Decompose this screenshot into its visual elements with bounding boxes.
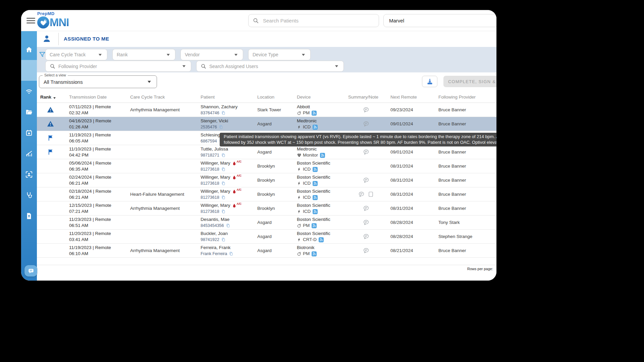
filter-following-provider[interactable]: Following Provider [45,61,191,72]
page-header: ASSIGNED TO ME [37,31,496,47]
filter-assigned-users[interactable]: Search Assigned Users [196,61,344,72]
search-patients-input[interactable] [262,17,375,24]
copy-icon[interactable] [221,209,226,214]
column-header-location[interactable]: Location [254,91,293,103]
view-selector[interactable]: Select a view All Transmissions [39,75,157,88]
next-remote-cell: 08/31/2024 [387,187,435,201]
device-type-label: ICD [303,166,311,172]
following-provider-cell: Tony Stark [435,216,496,229]
table-body: 07/11/2023 | Remote02:32 AMArrhythmia Ma… [37,103,496,258]
location-cell: Stark Tower [254,103,293,117]
filter-device-type[interactable]: Device Type [248,49,311,60]
comment-icon[interactable] [363,205,369,212]
hamburger-menu-icon[interactable] [26,18,35,23]
filter-vendor[interactable]: Vendor [180,49,243,60]
copy-icon[interactable] [221,153,226,158]
table-row[interactable]: 12/15/2023 | Remote07:21 AMArrhythmia Ma… [37,201,496,216]
care-cycle-track-cell: Arrhythmia Management [127,244,197,257]
copy-icon[interactable] [221,181,226,186]
transmission-date-cell: 11/23/2023 | Remote06:51 AM [66,216,127,229]
comment-icon[interactable] [363,247,369,254]
chevron-down-icon [146,79,152,85]
copy-icon[interactable] [219,125,223,129]
download-button[interactable] [422,76,437,87]
rank-cell [37,117,66,131]
column-header-next-remote[interactable]: Next Remote [387,91,435,103]
sidebar-item-care-team[interactable] [21,164,37,185]
copy-icon[interactable] [226,223,230,228]
chevron-down-icon [165,52,171,58]
comment-icon[interactable] [363,121,369,127]
sidebar-item-remote-monitoring[interactable] [21,81,37,102]
remote-transmission-icon [313,195,318,200]
device-vendor: Medtronic [297,118,345,124]
device-cell: AbbottPM [293,103,345,117]
summary-note-cell [345,216,387,229]
device-cell: MedtronicMonitor [293,145,345,159]
blood-tag-label: A/C [237,187,242,193]
summary-note-cell [345,117,387,131]
next-remote-cell: 08/31/2024 [387,159,435,173]
location-cell: Asgard [254,117,293,131]
table-row[interactable]: 11/23/2023 | Remote06:51 AMDesantis, Mae… [37,216,496,230]
complete-sign-button[interactable]: COMPLETE, SIGN & DO [443,76,496,87]
filter-label: Care Cycle Track [50,52,97,57]
device-cell: Boston ScientificPM [293,216,345,229]
sidebar-item-reports[interactable] [21,143,37,164]
patient-name: Shannon, Zachary [201,104,237,110]
sidebar-item-upload[interactable] [21,205,37,226]
chevron-down-icon [334,63,339,69]
table-row[interactable]: 11/19/2023 | Remote06:10 AMArrhythmia Ma… [37,244,496,258]
summary-note-cell [345,230,387,243]
comment-icon[interactable] [358,191,365,197]
table-row[interactable]: 07/11/2023 | Remote02:32 AMArrhythmia Ma… [37,103,496,117]
table-row[interactable]: 11/10/2023 | Remote04:42 PMTuttle, Julis… [37,145,496,159]
rank-cell [37,145,66,159]
column-header-patient[interactable]: Patient [197,91,254,103]
comment-icon[interactable] [363,149,369,155]
filter-care-cycle-track[interactable]: Care Cycle Track [45,49,107,60]
sidebar-item-files[interactable] [21,102,37,122]
table-header: RankTransmission DateCare Cycle TrackPat… [37,91,496,103]
device-vendor: Boston Scientific [297,217,345,223]
table-row[interactable]: 04/16/2023 | Remote01:26 AMStenger, Vick… [37,117,496,131]
sidebar-item-home[interactable] [21,39,37,60]
chat-button[interactable] [24,265,37,277]
note-icon[interactable] [368,191,374,197]
device-type-label: ICD [303,180,311,186]
sidebar-item-clinical[interactable] [21,185,37,205]
following-provider-cell: Bruce Banner [435,244,496,257]
table-row[interactable]: 05/06/2024 | Remote06:35 AMWillinger, Ma… [37,159,496,173]
comment-icon[interactable] [363,219,369,226]
column-header-following-provider[interactable]: Following Provider [435,91,496,103]
copy-icon[interactable] [221,195,226,200]
column-header-care-cycle-track[interactable]: Care Cycle Track [127,91,197,103]
summary-note-cell [345,201,387,215]
summary-note-cell [345,173,387,187]
rank-cell [37,103,66,117]
sidebar-item-schedule[interactable] [21,122,37,143]
location-cell: Brooklyn [254,173,293,187]
comment-icon[interactable] [363,233,369,240]
copy-icon[interactable] [229,251,233,256]
comment-icon[interactable] [363,107,369,113]
filter-label: Following Provider [58,64,181,69]
column-header-transmission-date[interactable]: Transmission Date [66,91,127,103]
organization-input[interactable] [388,17,492,24]
sidebar-item-patients[interactable] [21,60,37,81]
device-cell: Boston ScientificICD [293,173,345,187]
copy-icon[interactable] [221,111,226,115]
table-row[interactable]: 02/18/2024 | Remote06:21 AMHeart-Failure… [37,187,496,201]
table-row[interactable]: 02/24/2024 | Remote06:21 AMWillinger, Ma… [37,173,496,187]
column-header-rank[interactable]: Rank [37,91,66,103]
tooltip-line: Patient initiated transmission showing a… [224,134,496,140]
copy-icon[interactable] [221,167,226,172]
column-header-device[interactable]: Device [293,91,345,103]
comment-icon[interactable] [363,177,369,183]
column-header-summary-note[interactable]: Summary/Note [345,91,387,103]
view-selector-label: Select a view [43,73,68,77]
care-cycle-track-cell [127,173,197,187]
filter-rank[interactable]: Rank [112,49,175,60]
copy-icon[interactable] [221,237,226,242]
table-row[interactable]: 11/20/2023 | Remote03:41 AMBuckler, Joan… [37,230,496,244]
